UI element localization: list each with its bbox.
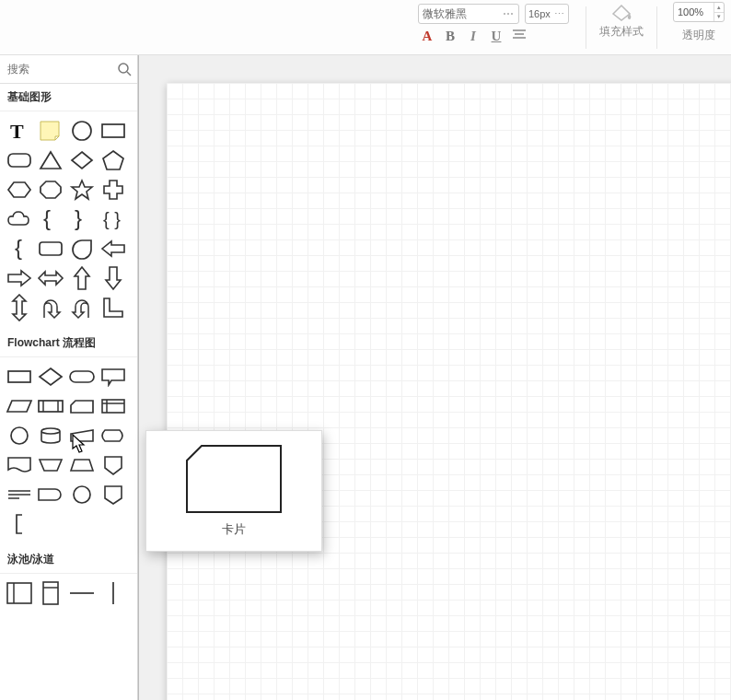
zoom-input[interactable]: 100% ▴ ▾ (673, 2, 725, 22)
svg-point-3 (73, 122, 91, 140)
dropdown-dots-icon: ⋯ (503, 7, 515, 20)
svg-text:T: T (10, 120, 24, 142)
shape-arrow-updown[interactable] (4, 293, 35, 322)
fill-style-label: 填充样式 (599, 25, 644, 38)
shape-pool-horizontal[interactable] (4, 578, 35, 608)
shape-data[interactable] (4, 391, 35, 421)
shape-terminator[interactable] (66, 362, 98, 391)
align-icon (513, 29, 526, 41)
fill-style-block[interactable]: 填充样式 (596, 0, 647, 40)
fill-bucket-icon (609, 2, 633, 22)
category-swimlane-header[interactable]: 泳池/泳道 (0, 546, 137, 574)
svg-rect-16 (102, 400, 124, 413)
zoom-up-button[interactable]: ▴ (714, 3, 724, 13)
search-container (0, 55, 137, 84)
shape-uturn-2[interactable] (66, 293, 98, 322)
shape-octagon[interactable] (35, 175, 66, 204)
shape-braces[interactable]: { } (98, 204, 129, 234)
shape-star[interactable] (66, 175, 98, 204)
shape-teardrop[interactable] (66, 234, 98, 263)
shape-card[interactable] (66, 391, 98, 421)
shape-note[interactable] (35, 116, 66, 146)
shape-internal-storage[interactable] (98, 391, 129, 421)
shape-triangle[interactable] (35, 146, 66, 175)
shape-uturn[interactable] (35, 293, 66, 322)
shape-trapezoid[interactable] (66, 450, 98, 480)
align-button[interactable] (512, 29, 527, 43)
shape-arrow-left[interactable] (98, 234, 129, 263)
shape-corner[interactable] (98, 293, 129, 322)
text-color-button[interactable]: A (420, 29, 435, 43)
shape-predefined[interactable] (35, 391, 66, 421)
shape-manual-op[interactable] (35, 450, 66, 480)
shape-callout[interactable] (98, 362, 129, 391)
shape-cross[interactable] (98, 175, 129, 204)
flowchart-shape-grid (0, 357, 137, 546)
shape-arrow-down[interactable] (98, 263, 129, 293)
shape-lane-horizontal[interactable] (66, 578, 98, 608)
shape-single-brace[interactable]: { (4, 234, 35, 263)
opacity-label: 透明度 (667, 28, 731, 43)
shape-decision[interactable] (35, 362, 66, 391)
shape-merge[interactable] (4, 480, 35, 509)
svg-rect-11 (8, 371, 30, 382)
category-basic-header[interactable]: 基础图形 (0, 84, 137, 111)
shape-left-brace[interactable]: { (35, 204, 66, 234)
card-shape-preview-icon (185, 444, 283, 514)
shape-pool-vertical[interactable] (35, 578, 66, 608)
shape-offpage-2[interactable] (98, 480, 129, 509)
shape-lane-vertical[interactable] (98, 578, 129, 608)
shape-manual-input[interactable] (66, 421, 98, 450)
shape-delay[interactable] (35, 480, 66, 509)
svg-rect-13 (39, 401, 63, 412)
shape-offpage[interactable] (98, 450, 129, 480)
svg-rect-23 (43, 582, 58, 604)
tooltip-label: 卡片 (222, 521, 246, 538)
zoom-opacity-block: 100% ▴ ▾ 透明度 (667, 0, 731, 43)
canvas-viewport[interactable] (138, 55, 731, 700)
font-size-select[interactable]: 16px ⋯ (525, 4, 569, 24)
svg-rect-21 (7, 583, 31, 603)
shape-text[interactable]: T (4, 116, 35, 146)
shape-process[interactable] (4, 362, 35, 391)
dropdown-dots-icon: ⋯ (554, 8, 565, 20)
shape-or[interactable] (66, 480, 98, 509)
shape-arrow-right[interactable] (4, 263, 35, 293)
shape-rounded-rect[interactable] (4, 146, 35, 175)
shape-bracket[interactable] (4, 509, 35, 539)
shape-hexagon[interactable] (4, 175, 35, 204)
shape-cloud[interactable] (4, 204, 35, 234)
search-icon (117, 62, 132, 76)
swimlane-shape-grid (0, 574, 137, 615)
font-family-select[interactable]: 微软雅黑 ⋯ (418, 4, 519, 24)
shape-connector[interactable] (4, 421, 35, 450)
zoom-down-button[interactable]: ▾ (714, 13, 724, 22)
svg-text:{: { (43, 207, 51, 230)
font-block: 微软雅黑 ⋯ 16px ⋯ A B I U (411, 0, 576, 43)
shape-right-brace[interactable]: } (66, 204, 98, 234)
svg-text:}: } (75, 207, 82, 230)
svg-point-20 (74, 486, 90, 503)
top-toolbar: 微软雅黑 ⋯ 16px ⋯ A B I U (0, 0, 731, 55)
shape-diamond[interactable] (66, 146, 98, 175)
shape-rectangle[interactable] (98, 116, 129, 146)
underline-button[interactable]: U (489, 29, 504, 43)
drawing-page[interactable] (167, 83, 731, 700)
shape-rounded-rect-2[interactable] (35, 234, 66, 263)
italic-button[interactable]: I (466, 29, 481, 43)
shape-pentagon[interactable] (98, 146, 129, 175)
shape-display[interactable] (98, 421, 129, 450)
bold-button[interactable]: B (443, 29, 458, 43)
shape-arrow-leftright[interactable] (35, 263, 66, 293)
category-flowchart-header[interactable]: Flowchart 流程图 (0, 330, 137, 357)
svg-text:{ }: { } (103, 209, 121, 229)
shape-ellipse[interactable] (66, 116, 98, 146)
svg-text:{: { (15, 237, 22, 260)
svg-rect-12 (70, 371, 94, 382)
shape-arrow-up[interactable] (66, 263, 98, 293)
shape-document[interactable] (4, 450, 35, 480)
svg-rect-5 (8, 154, 30, 167)
svg-rect-10 (40, 242, 62, 255)
svg-rect-4 (102, 124, 124, 137)
shape-database[interactable] (35, 421, 66, 450)
